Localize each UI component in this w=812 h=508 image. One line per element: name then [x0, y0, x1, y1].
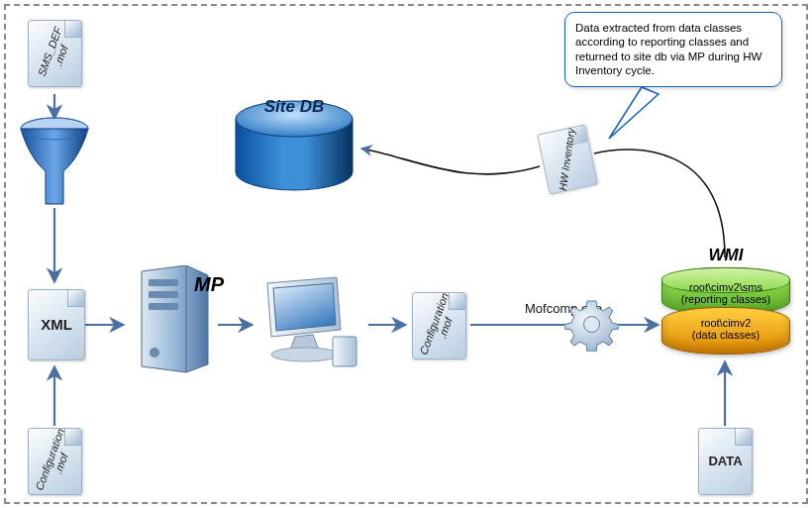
file-configuration-left: Configuration .mof [28, 428, 82, 495]
wmi-bot-line1: root\cimv2 [701, 317, 752, 329]
svg-point-15 [271, 348, 339, 361]
wmi-bot-line2: (data classes) [692, 329, 760, 341]
client-pc-icon [255, 275, 364, 374]
file-data: DATA [698, 428, 753, 495]
wmi-data-classes: root\cimv2(data classes) [661, 307, 790, 355]
mp-label: MP [194, 273, 224, 296]
mp-server: MP [127, 265, 216, 374]
wmi-title: WMI [661, 246, 790, 265]
site-db: Site DB [230, 99, 358, 193]
file-xml: XML [28, 289, 85, 360]
svg-rect-11 [149, 279, 178, 286]
wmi-database: WMI root\cimv2\sms(reporting classes) ro… [661, 267, 790, 355]
site-db-label: Site DB [230, 97, 358, 117]
svg-point-17 [584, 317, 600, 333]
funnel-icon [18, 117, 91, 211]
svg-point-14 [150, 348, 159, 357]
gear-icon [564, 297, 619, 352]
svg-rect-13 [149, 303, 178, 310]
callout-note: Data extracted from data classes accordi… [564, 12, 782, 87]
svg-rect-12 [149, 291, 178, 298]
file-configuration-mid: Configuration .mof [412, 292, 466, 359]
wmi-top-line2: (reporting classes) [681, 293, 770, 305]
file-data-label: DATA [708, 455, 742, 468]
svg-rect-16 [333, 337, 356, 366]
file-sms-def: SMS_DEF .mof [28, 20, 82, 87]
wmi-top-line1: root\cimv2\sms [689, 281, 762, 293]
callout-text: Data extracted from data classes accordi… [575, 22, 761, 76]
file-xml-label: XML [41, 317, 72, 334]
